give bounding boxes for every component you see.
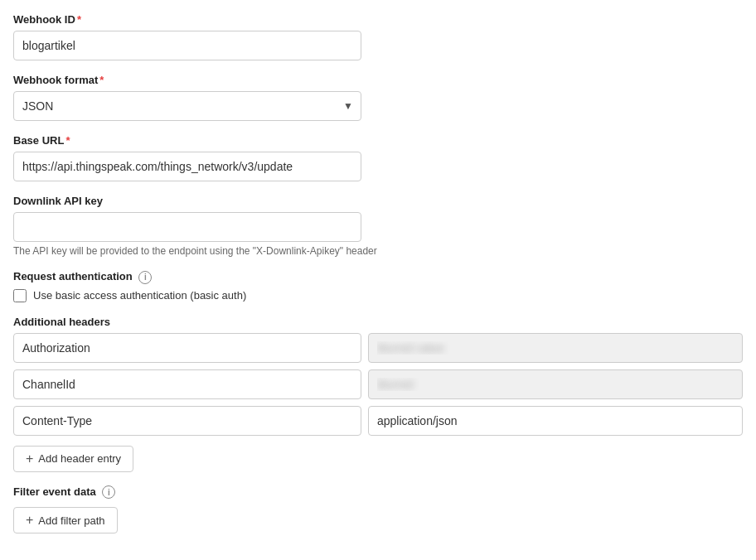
webhook-id-label: Webhook ID* [13, 13, 743, 26]
request-auth-group: Request authentication i Use basic acces… [13, 270, 743, 302]
header-key-3[interactable] [13, 406, 361, 436]
downlink-api-key-hint: The API key will be provided to the endp… [13, 245, 743, 257]
header-row-3 [13, 406, 743, 436]
filter-event-data-group: Filter event data i + Add filter path [13, 485, 743, 534]
base-url-input[interactable] [13, 152, 361, 181]
add-filter-path-button[interactable]: + Add filter path [13, 507, 118, 533]
webhook-format-select-wrapper: JSON XML Form ▼ [13, 91, 361, 121]
request-auth-label: Request authentication i [13, 270, 743, 284]
downlink-api-key-label: Downlink API key [13, 195, 743, 207]
add-filter-path-label: Add filter path [38, 514, 104, 527]
header-value-3[interactable] [368, 406, 743, 436]
plus-icon-filter: + [26, 514, 33, 527]
header-key-2[interactable] [13, 369, 361, 399]
filter-info-icon[interactable]: i [102, 485, 115, 499]
header-value-1[interactable] [368, 333, 743, 363]
required-star: * [99, 74, 104, 86]
header-row-1 [13, 333, 743, 363]
downlink-api-key-input[interactable] [13, 212, 361, 242]
required-star: * [77, 13, 81, 26]
webhook-id-group: Webhook ID* [13, 13, 743, 60]
basic-auth-checkbox-wrapper: Use basic access authentication (basic a… [13, 289, 743, 302]
header-key-1[interactable] [13, 333, 361, 363]
basic-auth-label[interactable]: Use basic access authentication (basic a… [33, 289, 246, 302]
base-url-label: Base URL* [13, 134, 743, 147]
webhook-format-label: Webhook format* [13, 74, 743, 86]
webhook-format-group: Webhook format* JSON XML Form ▼ [13, 74, 743, 121]
required-star: * [65, 134, 70, 147]
header-value-2[interactable] [368, 369, 743, 399]
basic-auth-checkbox[interactable] [13, 289, 27, 302]
additional-headers-label: Additional headers [13, 316, 743, 328]
webhook-id-input[interactable] [13, 31, 361, 60]
info-icon[interactable]: i [138, 271, 152, 284]
additional-headers-group: Additional headers + Add header entry [13, 316, 743, 472]
downlink-api-key-group: Downlink API key The API key will be pro… [13, 195, 743, 257]
header-row-2 [13, 369, 743, 399]
plus-icon: + [26, 452, 33, 466]
webhook-format-select[interactable]: JSON XML Form [13, 91, 361, 121]
add-header-label: Add header entry [38, 452, 121, 465]
base-url-group: Base URL* [13, 134, 743, 181]
filter-event-data-label: Filter event data i [13, 485, 743, 500]
add-header-button[interactable]: + Add header entry [13, 446, 133, 472]
